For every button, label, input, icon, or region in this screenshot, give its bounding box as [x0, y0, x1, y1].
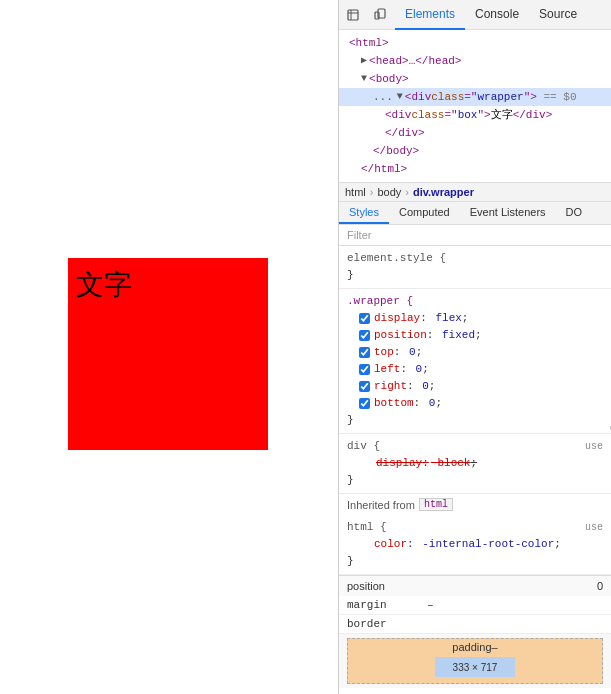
- svg-rect-0: [348, 10, 358, 20]
- css-prop-right: right: 0;: [347, 378, 603, 395]
- webpage-preview: 文字: [0, 0, 338, 694]
- tab-source[interactable]: Source: [529, 0, 587, 30]
- css-close-wrapper: } ↖: [347, 412, 603, 429]
- tree-head[interactable]: ▶ <head>…</head>: [339, 52, 611, 70]
- box-model-border-row: border: [339, 615, 611, 634]
- css-rule-html: html { use color: -internal-root-color; …: [339, 515, 611, 575]
- tree-box-div[interactable]: <div class="box">文字</div>: [339, 106, 611, 124]
- box-model-visual: padding– 333 × 717: [339, 634, 611, 688]
- css-prop-left: left: 0;: [347, 361, 603, 378]
- box-model-section: position 0 margin – border padding– 333 …: [339, 575, 611, 688]
- css-prop-display-div: display: block;: [347, 455, 603, 472]
- tab-computed[interactable]: Computed: [389, 202, 460, 224]
- tab-elements[interactable]: Elements: [395, 0, 465, 30]
- css-checkbox-position[interactable]: [359, 330, 370, 341]
- filter-bar: Filter: [339, 225, 611, 246]
- tree-html[interactable]: <html>: [339, 34, 611, 52]
- css-checkbox-bottom[interactable]: [359, 398, 370, 409]
- css-close: }: [347, 267, 603, 284]
- html-tree: <html> ▶ <head>…</head> ▼ <body> ... ▼ <…: [339, 30, 611, 182]
- cursor-tool-icon[interactable]: [339, 0, 367, 30]
- device-tool-icon[interactable]: [367, 0, 395, 30]
- box-model-margin-row: margin –: [339, 596, 611, 615]
- css-checkbox-display[interactable]: [359, 313, 370, 324]
- tab-console[interactable]: Console: [465, 0, 529, 30]
- css-selector-div: div {: [347, 438, 380, 455]
- css-selector-wrapper: .wrapper {: [347, 293, 603, 310]
- css-prop-color: color: -internal-root-color;: [347, 536, 603, 553]
- styles-content: Filter element.style { } .wrapper { disp…: [339, 225, 611, 694]
- css-checkbox-top[interactable]: [359, 347, 370, 358]
- tree-wrapper-close[interactable]: </div>: [339, 124, 611, 142]
- tree-body-close[interactable]: </body>: [339, 142, 611, 160]
- tree-html-close[interactable]: </html>: [339, 160, 611, 178]
- tab-styles[interactable]: Styles: [339, 202, 389, 224]
- red-box-element: 文字: [68, 258, 268, 450]
- css-checkbox-left[interactable]: [359, 364, 370, 375]
- tab-event-listeners[interactable]: Event Listeners: [460, 202, 556, 224]
- css-rule-div: div { use display: block; }: [339, 434, 611, 494]
- breadcrumb-wrapper[interactable]: div.wrapper: [413, 186, 474, 198]
- breadcrumb-body[interactable]: body: [377, 186, 401, 198]
- tree-wrapper-div[interactable]: ... ▼ <div class="wrapper"> == $0: [339, 88, 611, 106]
- css-close-html: }: [347, 553, 603, 570]
- red-box-text: 文字: [76, 266, 132, 304]
- css-rule-element-style: element.style { }: [339, 246, 611, 289]
- css-prop-bottom: bottom: 0;: [347, 395, 603, 412]
- inherited-from-header: Inherited from html: [339, 494, 611, 515]
- css-close-div: }: [347, 472, 603, 489]
- css-prop-display: display: flex;: [347, 310, 603, 327]
- tree-body[interactable]: ▼ <body>: [339, 70, 611, 88]
- css-checkbox-right[interactable]: [359, 381, 370, 392]
- css-prop-position: position: fixed;: [347, 327, 603, 344]
- inherited-tag: html: [419, 498, 453, 511]
- breadcrumb: html › body › div.wrapper: [339, 182, 611, 202]
- devtools-top-tabs: Elements Console Source: [339, 0, 611, 30]
- css-rule-wrapper: .wrapper { display: flex; position: fixe…: [339, 289, 611, 434]
- css-selector-html: html {: [347, 519, 387, 536]
- tab-dom[interactable]: DO: [556, 202, 593, 224]
- devtools-panel: Elements Console Source <html> ▶ <head>……: [338, 0, 611, 694]
- css-prop-top: top: 0;: [347, 344, 603, 361]
- css-selector: element.style {: [347, 250, 603, 267]
- breadcrumb-html[interactable]: html: [345, 186, 366, 198]
- box-model-header: position 0: [339, 576, 611, 596]
- sub-tabs: Styles Computed Event Listeners DO: [339, 202, 611, 225]
